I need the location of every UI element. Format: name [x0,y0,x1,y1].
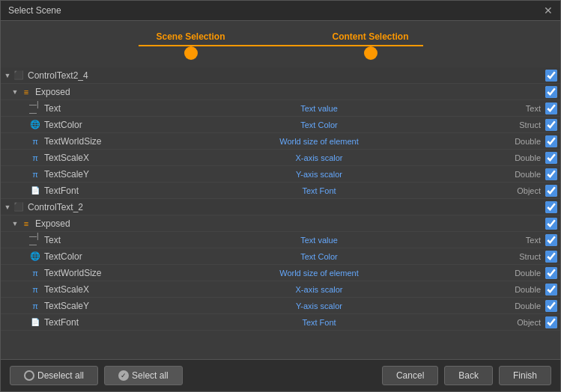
cube-icon-0: ⬛ [13,70,25,82]
item-value-1-0-5: Text Font [134,318,504,327]
wizard-step-2-label: Content Selection [332,31,408,42]
item-type-1-0-0: Text [504,236,545,245]
section-name-1-0: Exposed [35,218,125,229]
item-icon-1-0-5: 📄 [29,316,41,328]
item-name-1-0-0: Text [44,235,134,245]
text-icon: —|— [29,100,41,117]
item-checkbox-1-0-5[interactable] [545,316,557,328]
item-icon-1-0-3: π [29,284,41,295]
item-checkbox-0-0-4[interactable] [545,168,557,180]
pi-icon: π [32,137,38,146]
item-row-0-0-3: π TextScaleX X-axis scalor Double [1,150,560,166]
item-type-1-0-1: Struct [504,252,545,261]
item-type-1-0-4: Double [504,301,545,310]
section-checkbox-1-0[interactable] [545,218,557,230]
wizard-step-1-label: Scene Selection [156,31,225,42]
item-type-1-0-2: Double [504,269,545,278]
item-checkbox-1-0-1[interactable] [545,251,557,263]
item-value-1-0-1: Text Color [134,252,504,261]
item-icon-0-0-1: 🌐 [29,119,41,131]
deselect-circle-icon [24,370,34,381]
wizard-dot-1 [184,46,198,60]
item-name-1-0-4: TextScaleY [44,301,134,311]
content-area: ▼ ⬛ ControlText2_4 ▼ ≡ Exposed —|— Text … [1,67,560,359]
finish-button[interactable]: Finish [499,366,551,385]
item-value-1-0-3: X-axis scalor [134,285,504,294]
collapse-arrow-1[interactable]: ▼ [4,203,11,211]
item-row-0-0-1: 🌐 TextColor Text Color Struct [1,117,560,133]
doc-icon: 📄 [31,186,40,195]
pi-icon: π [32,269,38,278]
item-checkbox-1-0-3[interactable] [545,284,557,295]
item-icon-0-0-4: π [29,168,41,180]
item-type-0-0-3: Double [504,153,545,162]
item-row-0-0-4: π TextScaleY Y-axis scalor Double [1,166,560,183]
item-checkbox-0-0-0[interactable] [545,102,557,114]
item-checkbox-0-0-1[interactable] [545,119,557,131]
group-name-0: ControlText2_4 [28,70,118,81]
item-checkbox-0-0-3[interactable] [545,152,557,164]
item-checkbox-0-0-2[interactable] [545,135,557,147]
list-icon-1-0: ≡ [20,218,32,230]
item-row-0-0-0: —|— Text Text value Text [1,100,560,117]
item-row-1-0-5: 📄 TextFont Text Font Object [1,314,560,331]
item-type-1-0-5: Object [504,318,545,327]
item-type-0-0-5: Object [504,186,545,195]
section-collapse-1-0[interactable]: ▼ [11,220,19,227]
collapse-arrow-0[interactable]: ▼ [4,72,11,79]
item-name-1-0-1: TextColor [44,251,134,262]
pi-icon: π [32,153,38,162]
item-type-0-0-4: Double [504,170,545,179]
back-button[interactable]: Back [444,366,493,385]
item-row-0-0-5: 📄 TextFont Text Font Object [1,183,560,199]
item-value-1-0-2: World size of element [134,269,504,278]
section-row-0-0: ▼ ≡ Exposed [1,84,560,100]
item-value-0-0-4: Y-axis scalor [134,170,504,179]
item-icon-0-0-2: π [29,135,41,147]
section-row-1-0: ▼ ≡ Exposed [1,215,560,232]
group-checkbox-1[interactable] [545,201,557,213]
wizard-steps: Scene Selection Content Selection [101,31,461,60]
item-name-0-0-4: TextScaleY [44,169,134,180]
item-value-0-0-2: World size of element [134,137,504,146]
group-row-0: ▼ ⬛ ControlText2_4 [1,67,560,84]
deselect-all-button[interactable]: Deselect all [10,366,98,385]
item-value-0-0-0: Text value [134,104,504,113]
title-bar: Select Scene ✕ [1,1,560,21]
item-checkbox-1-0-4[interactable] [545,300,557,312]
globe-icon: 🌐 [30,251,40,261]
item-type-0-0-0: Text [504,104,545,113]
item-row-1-0-4: π TextScaleY Y-axis scalor Double [1,298,560,314]
item-type-1-0-3: Double [504,285,545,294]
item-row-1-0-1: 🌐 TextColor Text Color Struct [1,248,560,265]
pi-icon: π [32,285,38,294]
item-value-0-0-5: Text Font [134,186,504,195]
item-name-0-0-3: TextScaleX [44,153,134,163]
cancel-button[interactable]: Cancel [382,366,438,385]
footer: Deselect all ✓ Select all Cancel Back Fi… [1,359,560,391]
item-name-0-0-1: TextColor [44,120,134,130]
group-checkbox-0[interactable] [545,70,557,82]
select-all-button[interactable]: ✓ Select all [104,366,183,385]
item-icon-0-0-3: π [29,152,41,164]
pi-icon: π [32,301,38,310]
item-type-0-0-1: Struct [504,120,545,129]
section-checkbox-0-0[interactable] [545,86,557,98]
pi-icon: π [32,170,38,179]
item-icon-1-0-1: 🌐 [29,251,41,263]
item-value-1-0-4: Y-axis scalor [134,301,504,310]
footer-left: Deselect all ✓ Select all [10,366,376,385]
close-button[interactable]: ✕ [544,5,553,16]
section-collapse-0-0[interactable]: ▼ [11,88,19,96]
item-value-0-0-1: Text Color [134,120,504,129]
item-name-0-0-2: TextWorldSize [44,136,134,147]
globe-icon: 🌐 [30,120,40,129]
group-row-1: ▼ ⬛ ControlText_2 [1,199,560,215]
item-checkbox-1-0-2[interactable] [545,267,557,279]
item-value-0-0-3: X-axis scalor [134,153,504,162]
section-name-0-0: Exposed [35,87,125,97]
item-checkbox-0-0-5[interactable] [545,185,557,197]
item-checkbox-1-0-0[interactable] [545,234,557,246]
item-row-1-0-2: π TextWorldSize World size of element Do… [1,265,560,281]
select-circle-icon: ✓ [118,370,129,381]
